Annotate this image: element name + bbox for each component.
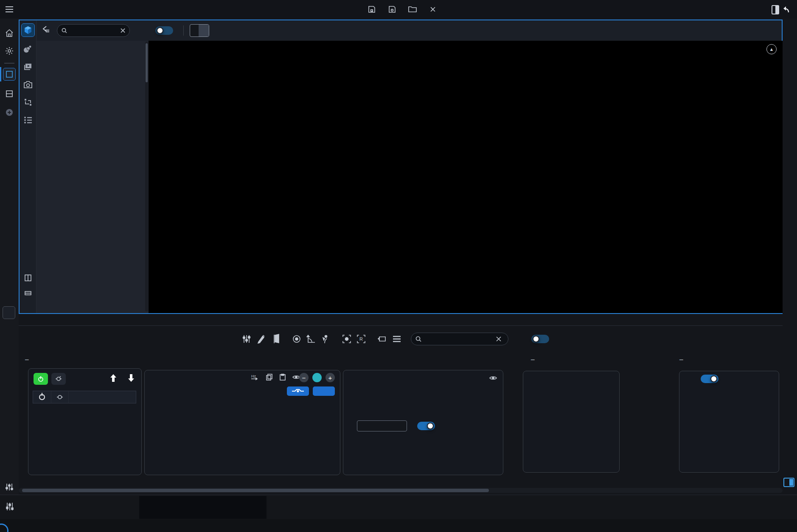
fx-bypass-button[interactable]: [51, 373, 66, 385]
clear-search-icon[interactable]: [121, 28, 125, 33]
viewer-header: [36, 20, 783, 41]
close-project-icon[interactable]: [427, 3, 439, 15]
list-view-icon[interactable]: [22, 114, 34, 126]
transport-mixer-icon[interactable]: [5, 502, 20, 513]
sources-track-list: [36, 41, 149, 313]
viewer-tool-rail: [20, 20, 36, 313]
split-view-icon[interactable]: [3, 88, 15, 100]
cube-3d-view-icon[interactable]: [22, 24, 34, 36]
settings-gear-icon[interactable]: [3, 45, 15, 57]
hz-scale-icon[interactable]: Hz: [251, 374, 259, 381]
transport-bar: [0, 495, 797, 519]
panel-toggle-blue-icon[interactable]: [783, 478, 794, 487]
active-view-indicator: [0, 67, 1, 81]
all-sources-toggle[interactable]: [155, 26, 173, 35]
spatial-scene-svg: [149, 41, 783, 313]
fx-table: [33, 391, 136, 403]
app-window: ▲ R: [0, 0, 797, 532]
app-rail: [0, 19, 19, 532]
focus-source-icon[interactable]: [340, 333, 354, 345]
band-q-button[interactable]: [313, 386, 335, 396]
copy-icon[interactable]: [266, 374, 273, 381]
track-scrollbar[interactable]: [145, 42, 148, 311]
mode-dropdown[interactable]: [357, 420, 407, 431]
home-icon[interactable]: [3, 27, 15, 39]
reset-zoom-icon[interactable]: ▲: [766, 44, 777, 54]
horizontal-scrollbar[interactable]: [19, 488, 783, 493]
collapse-sources-icon[interactable]: [42, 26, 57, 35]
split-columns-icon[interactable]: [22, 272, 34, 284]
power-column-icon: [33, 394, 51, 400]
svg-text:Hz: Hz: [251, 374, 256, 378]
fx-list-panel: [28, 368, 142, 475]
orbit-tool-icon[interactable]: [289, 333, 304, 345]
collapse-radiation-icon[interactable]: −: [679, 356, 684, 364]
release-auto-toggle[interactable]: [417, 422, 435, 430]
save-icon[interactable]: [366, 3, 378, 15]
properties-toolbar: R: [19, 326, 783, 352]
fx-table-header: [33, 391, 136, 403]
media-cards-icon[interactable]: [22, 60, 34, 73]
mixer-faders-icon[interactable]: [3, 481, 15, 493]
search-properties-input[interactable]: [425, 336, 493, 342]
open-folder-icon[interactable]: [407, 3, 418, 15]
fx-area: −: [19, 353, 783, 487]
edit-pen-tool-icon[interactable]: [254, 333, 268, 345]
fx-power-button[interactable]: [34, 373, 48, 385]
undo-icon[interactable]: [780, 3, 792, 15]
angle-tool-icon[interactable]: [304, 333, 318, 345]
clear-search-icon[interactable]: [496, 336, 501, 342]
menu-icon[interactable]: [3, 3, 15, 15]
faders-tool-icon[interactable]: [239, 333, 254, 345]
abs-rel-toggle[interactable]: [531, 335, 549, 343]
perceptual-panel: [523, 371, 620, 473]
eq-graph[interactable]: [148, 383, 306, 472]
fx-move-down-button[interactable]: [127, 374, 135, 384]
status-bar: [0, 519, 797, 532]
search-properties-box: [411, 333, 508, 345]
paste-icon[interactable]: [280, 374, 286, 381]
collapse-perceptual-icon[interactable]: −: [530, 356, 535, 364]
sources-section-header: [19, 315, 783, 326]
routing-icon[interactable]: [22, 96, 34, 109]
rail-divider: [4, 63, 14, 64]
collapse-panel-icon[interactable]: [22, 287, 34, 300]
preset-dropdown[interactable]: [190, 24, 209, 37]
search-sources-input[interactable]: [70, 28, 117, 34]
remove-band-button[interactable]: −: [299, 373, 309, 382]
add-view-icon[interactable]: [3, 106, 15, 118]
gain-reduction-meter: [348, 381, 500, 419]
eq-panel: Hz − +: [144, 370, 340, 475]
viewer-panel: ▲: [19, 20, 783, 314]
search-sources-box: [57, 24, 130, 37]
header-divider: [183, 25, 184, 36]
titlebar: [0, 0, 797, 19]
radiation-header: −: [679, 356, 690, 364]
room-tool-icon[interactable]: [268, 333, 283, 345]
compressor-panel: [343, 370, 503, 475]
search-icon: [415, 336, 421, 342]
spatial-3d-view[interactable]: ▲: [149, 41, 783, 313]
search-icon: [62, 28, 67, 34]
panel-layout-icon[interactable]: [772, 5, 779, 14]
bypass-column-icon: [51, 391, 69, 403]
add-band-button[interactable]: +: [326, 373, 335, 382]
spheres-icon[interactable]: [22, 42, 34, 55]
dropdown-arrow-icon: [199, 25, 209, 36]
fx-move-up-button[interactable]: [109, 374, 118, 384]
svg-text:R: R: [359, 336, 363, 342]
radiation-panel: [679, 371, 779, 473]
save-as-icon[interactable]: [386, 3, 398, 15]
menu-lines-icon[interactable]: [390, 333, 404, 345]
reset-view-icon[interactable]: R: [354, 333, 368, 345]
listener-tool-icon[interactable]: [318, 333, 333, 345]
single-view-icon[interactable]: [3, 68, 15, 80]
relative-dir-toggle[interactable]: [701, 375, 718, 383]
camera-icon[interactable]: [22, 78, 34, 91]
band-count-badge: [312, 373, 322, 382]
perceptual-header: −: [530, 356, 541, 364]
eye-icon[interactable]: [489, 375, 497, 381]
rail-solo-button[interactable]: [3, 306, 15, 319]
collapse-audio-fx-icon[interactable]: −: [25, 356, 29, 364]
loop-icon[interactable]: [375, 333, 390, 345]
